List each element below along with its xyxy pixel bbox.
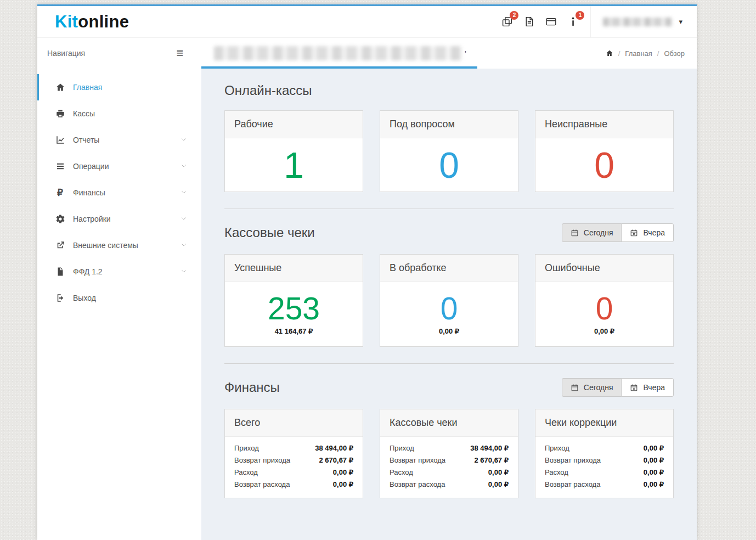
sidebar-item-label: Отчеты — [73, 136, 99, 144]
brand-logo-primary: Kit — [55, 12, 78, 31]
card-amount: 0,00 ₽ — [594, 327, 614, 335]
credit-card-icon — [545, 16, 557, 27]
finance-row: Возврат прихода2 670,67 ₽ — [234, 454, 353, 466]
sidebar-toggle-button[interactable]: ≡ — [167, 42, 193, 65]
card-value: 0 — [439, 147, 459, 183]
sidebar-item-nastroyki[interactable]: Настройки — [37, 206, 201, 232]
sidebar-item-finansy[interactable]: ₽ Финансы — [37, 179, 201, 206]
finance-row: Приход38 494,00 ₽ — [234, 442, 353, 454]
devices-button[interactable]: 2 — [496, 6, 518, 38]
card-finance-corrections: Чеки коррекции Приход0,00 ₽ Возврат прих… — [535, 409, 674, 498]
gear-icon — [55, 214, 65, 224]
section-finance: Финансы Сегодня Вчера Всег — [224, 378, 674, 498]
sidebar-item-vyhod[interactable]: Выход — [37, 285, 201, 311]
sidebar-title: Навигация — [47, 49, 85, 58]
page-title-suffix: ' — [465, 49, 466, 58]
finance-row: Возврат прихода2 670,67 ₽ — [390, 454, 509, 466]
sidebar-item-kassy[interactable]: Кассы — [37, 100, 201, 127]
card-title: Неисправные — [535, 111, 673, 138]
finance-date-filter: Сегодня Вчера — [562, 378, 674, 397]
receipts-date-filter: Сегодня Вчера — [562, 223, 674, 242]
calendar-times-icon — [630, 229, 638, 237]
card-successful: Успешные 253 41 164,67 ₽ — [224, 254, 363, 347]
card-finance-receipts: Кассовые чеки Приход38 494,00 ₽ Возврат … — [380, 409, 518, 498]
chevron-down-icon — [180, 241, 187, 250]
finance-today-button[interactable]: Сегодня — [562, 378, 622, 397]
section-receipts: Кассовые чеки Сегодня Вчера — [224, 223, 674, 347]
finance-row: Возврат расхода0,00 ₽ — [234, 479, 353, 491]
card-value: 1 — [284, 147, 304, 183]
chevron-down-icon — [180, 188, 187, 197]
brand-logo-secondary: online — [78, 12, 129, 31]
card-title: Кассовые чеки — [380, 409, 518, 437]
card-processing: В обработке 0 0,00 ₽ — [380, 254, 518, 347]
sign-out-icon — [55, 293, 65, 303]
section-title-finance: Финансы — [224, 380, 280, 395]
page-title: ' — [214, 46, 466, 60]
sidebar-item-operacii[interactable]: Операции — [37, 153, 201, 179]
header-actions: 2 1 ▾ — [496, 6, 697, 37]
card-finance-total: Всего Приход38 494,00 ₽ Возврат прихода2… — [224, 409, 363, 498]
finance-row: Возврат прихода0,00 ₽ — [545, 454, 664, 466]
breadcrumb-item-current: Обзор — [664, 49, 685, 58]
info-badge: 1 — [576, 11, 584, 20]
external-link-icon — [55, 240, 65, 251]
finance-row: Возврат расхода0,00 ₽ — [545, 479, 664, 491]
chevron-down-icon: ▾ — [679, 18, 682, 26]
card-title: Ошибочные — [535, 255, 673, 282]
content-header: ' Главная Обзор — [201, 38, 697, 69]
card-working: Рабочие 1 — [224, 110, 363, 192]
finance-row: Приход0,00 ₽ — [545, 442, 664, 454]
card-title: Рабочие — [225, 111, 363, 138]
brand-logo[interactable]: Kitonline — [37, 12, 129, 32]
top-header: Kitonline 2 1 ▾ — [37, 6, 697, 38]
section-title-receipts: Кассовые чеки — [224, 225, 315, 240]
card-title: Под вопросом — [380, 111, 518, 138]
calendar-times-icon — [630, 384, 638, 392]
breadcrumb: Главная Обзор — [606, 49, 685, 58]
chevron-down-icon — [180, 136, 187, 144]
card-value: 0 — [441, 293, 458, 324]
finance-row: Приход38 494,00 ₽ — [390, 442, 509, 454]
main-content: Онлайн-кассы Рабочие 1 Под вопросом 0 Не… — [201, 69, 697, 540]
app-window: Kitonline 2 1 ▾ Навигация — [37, 4, 697, 540]
section-divider — [224, 209, 674, 209]
sidebar-item-label: Финансы — [73, 188, 105, 197]
breadcrumb-home-link[interactable] — [606, 49, 613, 57]
calendar-icon — [571, 229, 579, 237]
card-faulty: Неисправные 0 — [535, 110, 674, 192]
sidebar-item-vneshnie-sistemy[interactable]: Внешние системы — [37, 232, 201, 258]
finance-yesterday-button[interactable]: Вчера — [621, 378, 674, 397]
list-icon — [55, 161, 65, 172]
receipts-today-button[interactable]: Сегодня — [562, 223, 622, 242]
documents-button[interactable] — [518, 6, 540, 38]
active-tab-underline — [201, 66, 477, 69]
sidebar-nav: Главная Кассы Отчеты Операции ₽ Финансы — [37, 69, 201, 540]
breadcrumb-item-main[interactable]: Главная — [625, 49, 652, 58]
chevron-down-icon — [180, 267, 187, 276]
home-icon — [55, 82, 65, 93]
printer-icon — [55, 109, 65, 119]
sub-header: Навигация ≡ ' Главная Обзор — [37, 38, 697, 69]
sidebar-item-label: Настройки — [73, 215, 111, 223]
card-title: В обработке — [380, 255, 518, 282]
breadcrumb-separator — [618, 49, 620, 58]
user-menu[interactable]: ▾ — [590, 6, 697, 37]
section-title-cashdesks: Онлайн-кассы — [224, 83, 312, 98]
card-errors: Ошибочные 0 0,00 ₽ — [535, 254, 674, 347]
calendar-icon — [571, 384, 579, 392]
payments-button[interactable] — [540, 6, 562, 38]
breadcrumb-separator — [657, 49, 659, 58]
file-icon — [55, 267, 65, 277]
receipts-yesterday-button[interactable]: Вчера — [621, 223, 674, 242]
info-button[interactable]: 1 — [562, 6, 584, 38]
user-name-redacted — [603, 18, 672, 26]
sidebar-item-label: Выход — [73, 294, 96, 302]
sidebar-item-label: Внешние системы — [73, 241, 138, 250]
card-title: Успешные — [225, 255, 363, 282]
sidebar-item-glavnaya[interactable]: Главная — [37, 74, 201, 100]
chevron-down-icon — [180, 215, 187, 223]
sidebar-item-otchety[interactable]: Отчеты — [37, 127, 201, 153]
card-title: Чеки коррекции — [535, 409, 673, 437]
sidebar-item-ffd[interactable]: ФФД 1.2 — [37, 258, 201, 285]
